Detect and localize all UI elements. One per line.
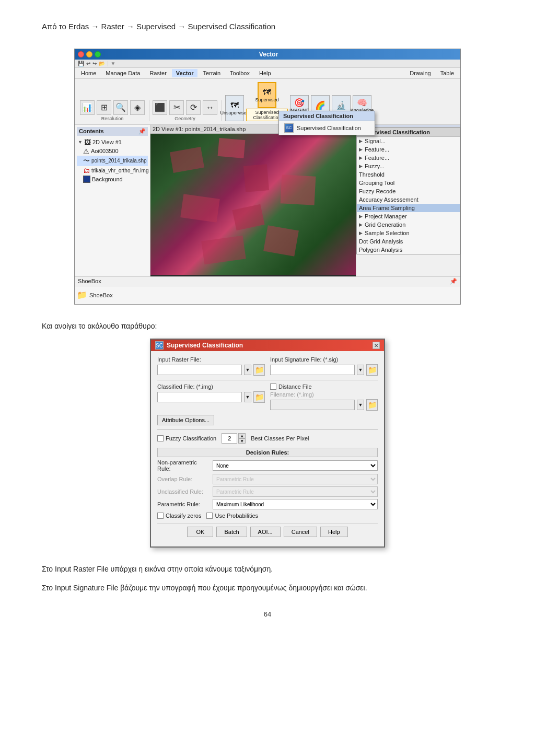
item-label: Polygon Analysis [359, 247, 402, 253]
unsupervised-icon[interactable]: 🗺 Unsupervised [225, 95, 244, 121]
dropdown-item-fuzzy[interactable]: ▶Fuzzy... [357, 162, 460, 170]
classified-file-dropdown[interactable]: ▼ [244, 392, 251, 402]
cancel-btn[interactable]: Cancel [284, 527, 317, 537]
input-signature-dropdown[interactable]: ▼ [357, 365, 364, 375]
input-signature-field[interactable] [270, 365, 355, 375]
non-parametric-rule-select[interactable]: None Parallelepiped Feature Space [213, 460, 378, 471]
menu-manage-data[interactable]: Manage Data [101, 69, 144, 77]
map-field-5 [232, 204, 264, 230]
attribute-options-btn[interactable]: Attribute Options... [157, 415, 214, 425]
dropdown-item-threshold[interactable]: Threshold [357, 170, 460, 179]
spectral-icon[interactable]: ◈ [130, 100, 145, 115]
dropdown-item-sample[interactable]: ▶Sample Selection [357, 229, 460, 237]
spinner-down-btn[interactable]: ▼ [238, 438, 246, 444]
parametric-rule-select[interactable]: Maximum Likelihood Minimum Distance Maha… [213, 499, 378, 509]
supervised-icon[interactable]: 🗺 Supervised [258, 82, 276, 108]
menu-help[interactable]: Help [255, 69, 275, 77]
sc-dialog-close-btn[interactable]: ✕ [373, 342, 380, 349]
input-raster-folder-btn[interactable]: 📁 [253, 364, 265, 376]
map-field-4 [180, 194, 220, 222]
menu-home[interactable]: Home [77, 69, 100, 77]
geometric-icon[interactable]: ⟳ [186, 100, 201, 115]
input-raster-label: Input Raster File: [157, 356, 265, 363]
erdas-window: Vector 💾 ↩ ↪ 📂 | ▼ Home Manage Data Rast… [74, 49, 461, 305]
dropdown-item-feature1[interactable]: ▶Feature... [357, 145, 460, 154]
dropdown-item-area[interactable]: Area Frame Sampling [357, 204, 460, 212]
quick-redo-icon[interactable]: ↪ [92, 61, 97, 66]
expand-icon: ▼ [78, 139, 83, 145]
sc-bottom-buttons: OK Batch AOI... Cancel Help [157, 523, 378, 541]
sc-divider-1 [157, 380, 378, 380]
item-label: Feature... [365, 155, 389, 161]
distance-filename-field[interactable] [270, 400, 355, 410]
menu-raster[interactable]: Raster [145, 69, 170, 77]
dropdown-item-grouping[interactable]: Grouping Tool [357, 179, 460, 187]
submenu-item-supervised[interactable]: SC Supervised Classification [279, 121, 375, 135]
menu-terrain[interactable]: Terrain [199, 69, 225, 77]
sidebar-pin-icon[interactable]: 📌 [138, 128, 146, 135]
dropdown-item-project[interactable]: ▶Project Manager [357, 212, 460, 220]
dropdown-item-dot-grid[interactable]: Dot Grid Analysis [357, 237, 460, 246]
sc-dialog-body: Input Raster File: ▼ 📁 Input Signature F… [151, 351, 384, 546]
input-raster-field[interactable] [157, 365, 242, 375]
submenu-header: Supervised Classification [279, 111, 375, 121]
classify-zeros-checkbox[interactable] [157, 513, 164, 519]
dropdown-item-grid[interactable]: ▶Grid Generation [357, 220, 460, 229]
distance-file-checkbox[interactable] [270, 383, 276, 390]
menu-toolbox[interactable]: Toolbox [226, 69, 254, 77]
supervised-mini-icon: SC [284, 123, 294, 133]
quick-more-icon[interactable]: ▼ [111, 61, 116, 66]
dropdown-item-feature2[interactable]: ▶Feature... [357, 154, 460, 162]
maximize-btn[interactable] [95, 51, 101, 57]
unclassified-rule-label: Unclassified Rule: [157, 489, 210, 495]
menu-vector[interactable]: Vector [172, 69, 198, 77]
shoebox-area: ShoeBox 📌 📁 ShoeBox [75, 276, 460, 304]
ok-btn[interactable]: OK [187, 527, 213, 537]
classified-file-field[interactable] [157, 392, 242, 402]
close-btn[interactable] [78, 51, 84, 57]
tree-item-img[interactable]: 🗂 trikala_vhr_ortho_fin.img [77, 166, 148, 175]
distance-file-folder-btn[interactable]: 📁 [366, 399, 378, 411]
img-icon: 🗂 [83, 167, 90, 175]
menu-table[interactable]: Table [436, 69, 458, 77]
tree-item-background[interactable]: Background [77, 175, 148, 183]
batch-btn[interactable]: Batch [216, 527, 247, 537]
tree-item-aoi[interactable]: ⚠ Aoi003500 [77, 147, 148, 156]
input-signature-folder-btn[interactable]: 📁 [366, 364, 378, 376]
dropdown-item-polygon[interactable]: Polygon Analysis [357, 246, 460, 254]
tree-item-points[interactable]: 〜 points_2014_trikala.shp [77, 156, 148, 166]
view-title: 2D View #1: points_2014_trikala.shp [153, 126, 246, 132]
use-probabilities-checkbox[interactable] [206, 513, 213, 519]
help-btn[interactable]: Help [320, 527, 348, 537]
dropdown-item-accuracy[interactable]: Accuracy Assessement [357, 195, 460, 204]
menu-drawing[interactable]: Drawing [405, 69, 435, 77]
shoebox-folder-icon: 📁 [77, 290, 87, 300]
distance-file-dropdown[interactable]: ▼ [357, 400, 364, 410]
unclassified-rule-select[interactable]: Parametric Rule [213, 486, 378, 497]
dropdown-item-fuzzy-recode[interactable]: Fuzzy Recode [357, 187, 460, 195]
reproject-icon[interactable]: ↔ [203, 100, 217, 115]
classified-file-folder-btn[interactable]: 📁 [253, 391, 265, 403]
map-area[interactable] [150, 134, 356, 275]
input-raster-dropdown[interactable]: ▼ [244, 365, 251, 375]
submenu-item-label: Supervised Classification [297, 125, 361, 131]
pan-sharpen-icon[interactable]: 🔍 [113, 100, 128, 115]
spatial-icon[interactable]: ⊞ [97, 100, 111, 115]
item-label: Area Frame Sampling [359, 205, 415, 211]
quick-save-icon[interactable]: 💾 [78, 61, 84, 66]
shoebox-pin-icon[interactable]: 📌 [450, 278, 457, 285]
quick-open-icon[interactable]: 📂 [99, 61, 105, 66]
minimize-btn[interactable] [86, 51, 92, 57]
dropdown-item-signal[interactable]: ▶Signal... [357, 137, 460, 145]
overlap-rule-select[interactable]: Parametric Rule [213, 474, 378, 484]
aoi-btn[interactable]: AOI... [250, 527, 281, 537]
tree-item-2dview[interactable]: ▼ 🖼 2D View #1 [77, 138, 148, 147]
fuzzy-classification-checkbox[interactable] [157, 435, 164, 441]
filename-label: Filename: (*.img) [270, 391, 378, 398]
best-classes-input[interactable]: 2 [222, 433, 237, 444]
mosaic-icon[interactable]: ⬛ [153, 100, 167, 115]
spinner-up-btn[interactable]: ▲ [238, 433, 246, 438]
subset-icon[interactable]: ✂ [169, 100, 184, 115]
quick-undo-icon[interactable]: ↩ [86, 61, 90, 66]
radiometric-icon[interactable]: 📊 [80, 100, 95, 115]
